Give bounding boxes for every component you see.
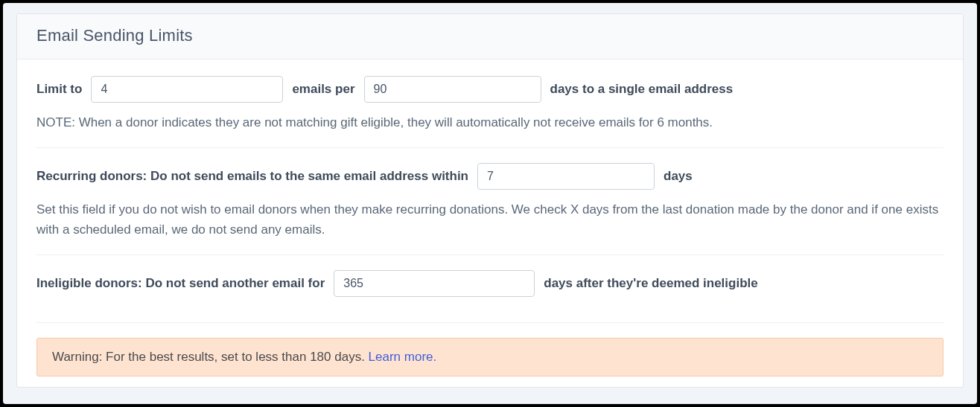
warning-banner: Warning: For the best results, set to le… bbox=[36, 338, 944, 376]
panel-body: Limit to emails per days to a single ema… bbox=[17, 60, 963, 387]
learn-more-link[interactable]: Learn more. bbox=[369, 350, 437, 364]
label-emails-per: emails per bbox=[292, 82, 354, 97]
label-recurring-suffix: days bbox=[664, 169, 693, 184]
label-ineligible-prefix: Ineligible donors: Do not send another e… bbox=[36, 276, 325, 291]
panel-header: Email Sending Limits bbox=[17, 14, 963, 60]
page-background: Email Sending Limits Limit to emails per… bbox=[3, 3, 977, 404]
recurring-days-input[interactable] bbox=[477, 163, 655, 190]
days-count-input[interactable] bbox=[364, 76, 541, 103]
limit-note-text: NOTE: When a donor indicates they are no… bbox=[36, 113, 944, 132]
limit-control-row: Limit to emails per days to a single ema… bbox=[36, 76, 944, 103]
label-limit-to: Limit to bbox=[36, 82, 82, 97]
email-sending-limits-panel: Email Sending Limits Limit to emails per… bbox=[16, 13, 964, 388]
label-ineligible-suffix: days after they're deemed ineligible bbox=[544, 276, 757, 291]
section-email-limit: Limit to emails per days to a single ema… bbox=[36, 76, 944, 148]
ineligible-control-row: Ineligible donors: Do not send another e… bbox=[36, 270, 944, 297]
recurring-help-text: Set this field if you do not wish to ema… bbox=[36, 200, 944, 240]
ineligible-days-input[interactable] bbox=[334, 270, 535, 297]
emails-count-input[interactable] bbox=[91, 76, 283, 103]
label-recurring-prefix: Recurring donors: Do not send emails to … bbox=[36, 169, 468, 184]
label-days-suffix: days to a single email address bbox=[550, 82, 734, 97]
section-ineligible-donors: Ineligible donors: Do not send another e… bbox=[36, 270, 944, 323]
panel-title: Email Sending Limits bbox=[36, 26, 944, 45]
warning-text: Warning: For the best results, set to le… bbox=[52, 350, 369, 364]
section-recurring-donors: Recurring donors: Do not send emails to … bbox=[36, 163, 944, 255]
recurring-control-row: Recurring donors: Do not send emails to … bbox=[36, 163, 944, 190]
